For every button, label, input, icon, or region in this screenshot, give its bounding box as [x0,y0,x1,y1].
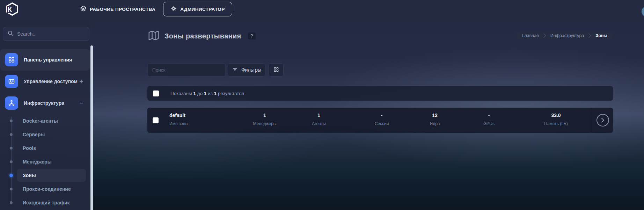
list-toolbar: Фильтры [147,63,284,77]
sidebar-item-label: Панель управления [24,57,72,63]
sidebar-scrollbar[interactable] [90,45,93,210]
subitem-label: Исходящий трафик [23,200,70,205]
select-all-checkbox[interactable] [153,90,159,96]
sidebar-subitem-pools[interactable]: Pools [0,141,90,155]
app-logo-icon[interactable]: К [5,2,20,16]
layers-icon [80,5,87,13]
dashboard-grid-icon [5,53,18,66]
memory-value: 33.0 [544,113,568,118]
filters-button-label: Фильтры [241,67,261,73]
managers-value: 1 [253,113,277,118]
breadcrumb-infrastructure[interactable]: Инфраструктура [550,33,584,38]
sidebar-subitem-servers[interactable]: Серверы [0,128,90,141]
search-input[interactable] [147,63,226,77]
sidebar-subitem-zones[interactable]: Зоны [0,168,90,182]
page-title: Зоны развертывания [164,32,241,40]
expand-plus-icon[interactable]: + [79,78,83,85]
gpus-label: GPUs [483,121,495,126]
top-bar: К РАБОЧИЕ ПРОСТРАНСТВА [0,0,644,18]
breadcrumb-zones: Зоны [595,33,607,38]
sessions-label: Сессии [375,121,389,126]
help-badge[interactable]: ? [248,32,256,39]
page-header: Зоны развертывания ? [147,30,256,42]
sidebar-submenu-infrastructure: Docker-агенты Серверы Pools Менеджеры [0,114,90,209]
bullet-dot-icon [10,201,13,204]
subitem-label: Прокси-соединение [23,186,71,192]
zone-name-value: default [169,113,188,118]
bullet-dot-icon [10,120,13,122]
cell-memory: 33.0 Память (ГБ) [544,113,568,126]
cell-managers: 1 Менеджеры [253,113,277,126]
bullet-dot-icon [10,133,13,136]
search-icon [7,30,14,38]
grid-view-button[interactable] [269,63,284,77]
table-row[interactable]: default Имя зоны 1 Менеджеры 1 Агенты - … [147,108,613,133]
nav-administrator-label: АДМИНИСТРАТОР [180,7,225,12]
results-summary-bar: Показаны 1 до 1 из 1 результатов [147,86,613,101]
cores-value: 12 [430,113,440,118]
cell-gpus: - GPUs [483,113,495,126]
user-avatar[interactable] [642,7,644,16]
sidebar-subitem-egress[interactable]: Исходящий трафик [0,196,90,209]
nodes-icon [5,96,18,110]
svg-text:К: К [7,5,12,13]
nav-workspaces[interactable]: РАБОЧИЕ ПРОСТРАНСТВА [80,5,155,13]
gpus-value: - [483,113,495,118]
row-checkbox[interactable] [153,117,159,123]
sidebar-item-infrastructure[interactable]: Инфраструктура − [0,92,90,114]
subitem-label: Pools [23,145,36,151]
sidebar: Панель управления Управление доступом + [0,18,90,210]
cores-label: Ядра [430,121,440,126]
bullet-dot-icon [9,174,13,177]
cell-zone-name: default Имя зоны [169,113,188,126]
subitem-label: Менеджеры [23,159,52,165]
filter-icon [232,66,238,73]
bullet-dot-icon [10,160,13,163]
gear-icon [170,5,177,13]
agents-label: Агенты [312,121,326,126]
sidebar-item-label: Управление доступом [24,79,78,84]
chevron-right-icon [588,33,591,38]
memory-label: Память (ГБ) [544,121,568,126]
sidebar-item-label: Инфраструктура [24,100,64,106]
sessions-value: - [375,113,389,118]
agents-value: 1 [312,113,326,118]
id-card-icon [5,75,18,88]
nav-workspaces-label: РАБОЧИЕ ПРОСТРАНСТВА [90,7,155,12]
map-icon [147,30,160,42]
sidebar-item-dashboard[interactable]: Панель управления [0,49,90,71]
subitem-label: Серверы [23,132,45,137]
filters-button[interactable]: Фильтры [228,63,265,77]
zone-name-label: Имя зоны [169,121,188,126]
nav-administrator[interactable]: АДМИНИСТРАТОР [163,2,232,16]
sidebar-subitem-proxy[interactable]: Прокси-соединение [0,182,90,196]
subitem-label: Docker-агенты [23,118,58,124]
sidebar-search-box [3,27,89,41]
cell-sessions: - Сессии [375,113,389,126]
app-window: К РАБОЧИЕ ПРОСТРАНСТВА [0,0,644,210]
row-open-button[interactable] [597,114,609,126]
subitem-label: Зоны [23,173,36,178]
bullet-dot-icon [10,147,13,150]
cell-agents: 1 Агенты [312,113,326,126]
breadcrumb: Главная Инфраструктура Зоны [517,31,613,39]
top-navigation: РАБОЧИЕ ПРОСТРАНСТВА АДМИНИСТРАТОР [80,0,232,18]
sidebar-subitem-docker-agents[interactable]: Docker-агенты [0,114,90,128]
collapse-minus-icon[interactable]: − [79,100,83,107]
chevron-right-icon [543,33,546,38]
results-summary-text: Показаны 1 до 1 из 1 результатов [170,91,244,96]
sidebar-search-input[interactable] [17,31,85,37]
managers-label: Менеджеры [253,121,277,126]
cell-cores: 12 Ядра [430,113,440,126]
sidebar-menu: Панель управления Управление доступом + [0,49,90,209]
grid-view-icon [273,66,279,74]
sidebar-item-access[interactable]: Управление доступом + [0,71,90,92]
breadcrumb-home[interactable]: Главная [522,33,539,38]
main-content: Зоны развертывания ? Главная Инфраструкт… [147,18,613,210]
sidebar-subitem-managers[interactable]: Менеджеры [0,155,90,168]
row-expand-cell [592,108,613,133]
bullet-dot-icon [10,188,13,190]
